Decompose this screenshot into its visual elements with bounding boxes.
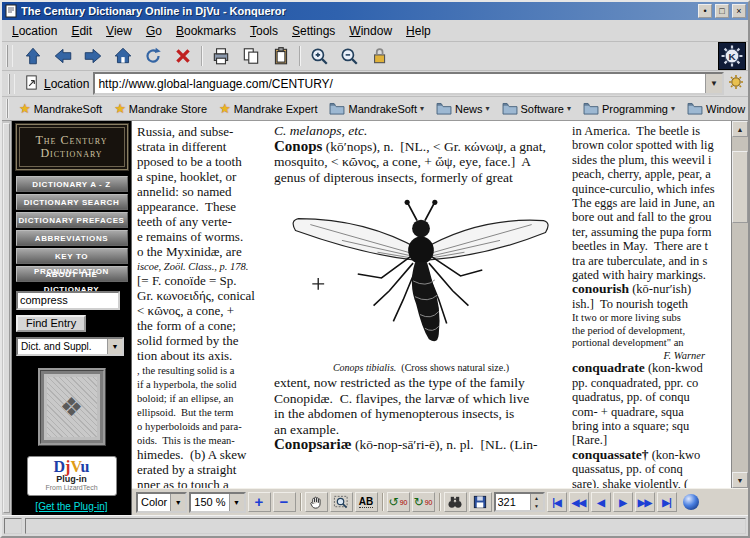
print-button[interactable]	[206, 43, 235, 70]
djvu-view: Russia, and subse-strata in differentppo…	[132, 121, 748, 488]
entry-search-input[interactable]	[16, 291, 120, 310]
bookmark-label: Programming	[602, 103, 668, 115]
bookmark-label: Software	[521, 103, 564, 115]
scroll-up-arrow[interactable]: ▲	[732, 121, 748, 137]
page-column-middle: C. melanops, etc. Conops (kō′nops), n. […	[274, 123, 568, 453]
zoom-out-icon	[339, 46, 359, 66]
location-dropdown-arrow[interactable]: ▼	[705, 74, 722, 93]
bookmark-label: News	[455, 103, 483, 115]
title-bar[interactable]: The Century Dictionary Online in DjVu - …	[2, 2, 748, 20]
bookmark-item[interactable]: ★ Mandrake Expert	[213, 99, 323, 118]
spin-down-arrow[interactable]: ▼	[531, 502, 543, 510]
bookmark-folder-item[interactable]: Window Manager ▾	[681, 100, 748, 117]
zoom-out-button[interactable]	[334, 43, 363, 70]
logo-line: The Century	[36, 134, 108, 147]
figure-caption: Conops tibialis. (Cross shows natural si…	[274, 362, 568, 373]
sidebar-nav-button[interactable]: DICTIONARY SEARCH	[16, 194, 128, 210]
security-button[interactable]	[364, 43, 393, 70]
menu-item[interactable]: Window	[342, 22, 399, 40]
menu-item[interactable]: Settings	[285, 22, 342, 40]
close-button[interactable]: ×	[732, 4, 746, 18]
get-plugin-link[interactable]: [Get the Plug-in]	[35, 501, 107, 512]
menu-item[interactable]: View	[99, 22, 139, 40]
paste-icon	[271, 46, 291, 66]
dictionary-page: Russia, and subse-strata in differentppo…	[132, 121, 731, 488]
forward-ten-pages-button[interactable]: ▶▶	[635, 492, 655, 512]
sidebar-nav-button[interactable]: ABBREVIATIONS	[16, 230, 128, 246]
first-page-button[interactable]: |◀	[547, 492, 567, 512]
back-button[interactable]	[48, 43, 77, 70]
up-icon	[23, 46, 43, 66]
forward-button[interactable]	[78, 43, 107, 70]
sidebar-nav-button[interactable]: KEY TO PRONUNCIATION	[16, 248, 128, 264]
sidebar-scrollbar[interactable]	[2, 121, 12, 515]
bookmark-folder-item[interactable]: Programming ▾	[577, 100, 681, 117]
clear-location-icon[interactable]	[23, 74, 40, 94]
century-dictionary-logo[interactable]: The Century Dictionary	[16, 124, 128, 170]
scrollbar-track[interactable]	[732, 137, 748, 472]
dictionary-select[interactable]: Dict. and Suppl. ▼	[16, 337, 124, 356]
location-input[interactable]	[95, 76, 705, 91]
copy-button[interactable]	[236, 43, 265, 70]
last-page-button[interactable]: ▶|	[657, 492, 677, 512]
find-button[interactable]	[444, 492, 467, 512]
up-button[interactable]	[18, 43, 47, 70]
rotate-left-button[interactable]: ↺90	[387, 492, 410, 512]
vertical-scrollbar[interactable]: ▲ ▼	[731, 121, 748, 488]
djvu-globe-icon[interactable]	[683, 494, 699, 510]
color-mode-select[interactable]: Color ▼	[136, 492, 187, 513]
previous-page-button[interactable]: ◀	[591, 492, 611, 512]
text-select-tool-button[interactable]: AB	[355, 492, 378, 512]
zoom-level-select[interactable]: 150 % ▼	[189, 492, 245, 513]
bookmark-star-icon: ★	[19, 101, 31, 116]
toolbar-grip[interactable]	[6, 45, 13, 67]
bookmark-folder-item[interactable]: News ▾	[430, 100, 496, 117]
status-bar	[2, 515, 748, 536]
menu-item[interactable]: Go	[139, 22, 169, 40]
bookmark-item[interactable]: ★ MandrakeSoft	[13, 99, 108, 118]
sidebar-scrollbar-thumb[interactable]	[3, 123, 10, 513]
paste-button[interactable]	[266, 43, 295, 70]
menu-item[interactable]: Bookmarks	[169, 22, 243, 40]
chevron-down-icon: ▼	[107, 339, 122, 354]
zoom-out-button[interactable]: −	[273, 492, 296, 512]
zoom-select-tool-button[interactable]	[330, 492, 353, 512]
home-button[interactable]	[108, 43, 137, 70]
find-entry-button[interactable]: Find Entry	[16, 315, 86, 332]
djvu-plugin-badge[interactable]: DjVu Plug-in From LizardTech	[27, 456, 117, 496]
bookmark-item[interactable]: ★ Mandrake Store	[108, 99, 213, 118]
sidebar-nav-button[interactable]: ABOUT THE DICTIONARY	[16, 266, 128, 282]
toolbar-grip[interactable]	[6, 99, 9, 117]
next-page-button[interactable]: ▶	[613, 492, 633, 512]
rotate-right-button[interactable]: ↻90	[412, 492, 435, 512]
sticky-button[interactable]: •	[698, 4, 712, 18]
stop-button[interactable]	[168, 43, 197, 70]
zoom-in-button[interactable]: +	[248, 492, 271, 512]
logo-line: Dictionary	[40, 147, 102, 160]
menu-item[interactable]: Edit	[64, 22, 99, 40]
scroll-down-arrow[interactable]: ▼	[732, 472, 748, 488]
main-area: The Century Dictionary DICTIONARY A - ZD…	[2, 121, 748, 515]
menu-item[interactable]: Help	[399, 22, 438, 40]
bookmark-label: Mandrake Store	[129, 103, 207, 115]
spin-up-arrow[interactable]: ▲	[531, 494, 543, 502]
page-number-input: ▲ ▼	[494, 492, 545, 512]
bookmark-folder-item[interactable]: Software ▾	[496, 100, 577, 117]
reload-button[interactable]	[138, 43, 167, 70]
sidebar-nav-button[interactable]: DICTIONARY PREFACES	[16, 212, 128, 228]
scrollbar-thumb[interactable]	[732, 151, 748, 223]
zoom-in-button[interactable]	[304, 43, 333, 70]
go-gear-icon[interactable]	[728, 74, 744, 93]
page-number-field[interactable]	[496, 496, 530, 508]
sidebar-nav-button[interactable]: DICTIONARY A - Z	[16, 176, 128, 192]
toolbar-grip[interactable]	[8, 74, 15, 94]
menu-item[interactable]: Tools	[243, 22, 285, 40]
save-button[interactable]	[469, 492, 492, 512]
menu-item[interactable]: Location	[5, 22, 64, 40]
bookmark-folder-item[interactable]: MandrakeSoft ▾	[323, 100, 430, 117]
maximize-button[interactable]: □	[715, 4, 729, 18]
back-ten-pages-button[interactable]: ◀◀	[569, 492, 589, 512]
chevron-down-icon: ▾	[486, 104, 490, 113]
bookmark-label: Window Manager	[706, 103, 748, 115]
pan-tool-button[interactable]	[305, 492, 328, 512]
